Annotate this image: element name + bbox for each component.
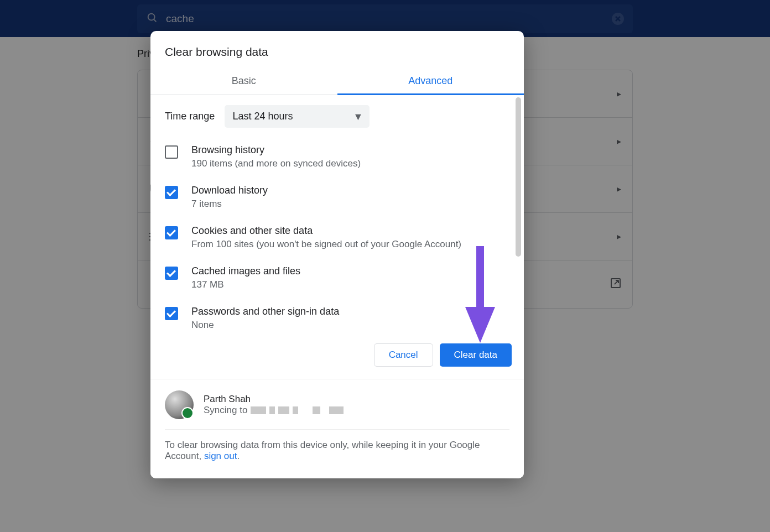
sign-out-link[interactable]: sign out: [204, 451, 237, 461]
cancel-button[interactable]: Cancel: [374, 343, 433, 367]
profile-name: Parth Shah: [204, 394, 344, 405]
checkbox[interactable]: [165, 186, 178, 199]
dropdown-icon: ▼: [353, 111, 363, 122]
dialog-actions: Cancel Clear data: [150, 331, 524, 379]
time-range-select[interactable]: Last 24 hours ▼: [225, 105, 370, 128]
time-range-row: Time range Last 24 hours ▼: [165, 105, 509, 128]
dialog-footer: Parth Shah Syncing to To clear browsing …: [150, 379, 524, 478]
checkbox[interactable]: [165, 307, 178, 320]
tab-basic[interactable]: Basic: [150, 67, 337, 95]
option-browsing-history[interactable]: Browsing history190 items (and more on s…: [165, 139, 509, 179]
checkbox[interactable]: [165, 145, 178, 159]
option-download-history[interactable]: Download history7 items: [165, 179, 509, 220]
option-cached-images[interactable]: Cached images and files137 MB: [165, 260, 509, 300]
avatar: [165, 390, 194, 419]
clear-browsing-data-dialog: Clear browsing data Basic Advanced Time …: [150, 31, 524, 478]
footer-text: To clear browsing data from this device …: [165, 429, 509, 462]
clear-data-button[interactable]: Clear data: [440, 343, 512, 367]
dialog-tabs: Basic Advanced: [150, 67, 524, 95]
dialog-body: Time range Last 24 hours ▼ Browsing hist…: [150, 95, 524, 331]
tab-advanced[interactable]: Advanced: [337, 67, 524, 95]
dialog-title: Clear browsing data: [150, 31, 524, 67]
sync-status: Syncing to: [204, 405, 344, 416]
scrollbar[interactable]: [516, 97, 521, 257]
option-passwords[interactable]: Passwords and other sign-in dataNone: [165, 300, 509, 331]
checkbox[interactable]: [165, 226, 178, 239]
option-cookies[interactable]: Cookies and other site dataFrom 100 site…: [165, 220, 509, 260]
profile-row: Parth Shah Syncing to: [165, 390, 509, 419]
checkbox[interactable]: [165, 267, 178, 280]
time-range-label: Time range: [165, 111, 215, 122]
